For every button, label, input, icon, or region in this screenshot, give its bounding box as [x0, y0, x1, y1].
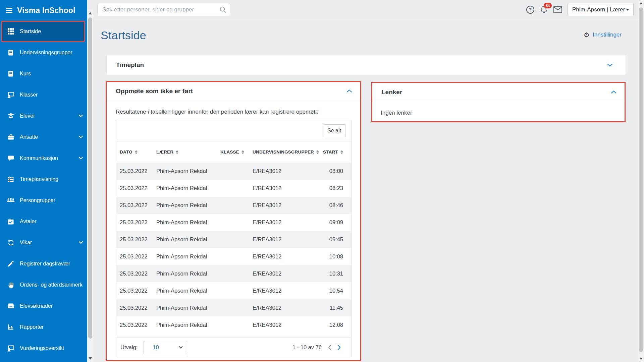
cell-group: E/REA3012: [253, 253, 321, 260]
see-all-button[interactable]: Se alt: [323, 124, 345, 137]
cell-date: 25.03.2022: [120, 288, 156, 294]
page-scrollbar[interactable]: [638, 0, 644, 362]
cell-teacher: Phim-Apsorn Rekdal: [156, 168, 220, 174]
cell-start: 10:31: [321, 270, 343, 277]
notifications-bell-icon[interactable]: 54: [539, 5, 548, 14]
messages-icon[interactable]: [553, 6, 562, 14]
column-header-lærer[interactable]: LÆRER: [156, 149, 220, 155]
sidebar-item-startside[interactable]: Startside: [1, 21, 85, 42]
user-menu[interactable]: Phim-Apsorn | Lærer: [568, 3, 634, 16]
sidebar-nav: StartsideUndervisningsgrupperKursKlasser…: [0, 21, 87, 359]
sidebar-item-avtaler[interactable]: Avtaler: [0, 211, 87, 232]
scroll-up-icon[interactable]: [89, 12, 92, 14]
sidebar-item-elevsøknader[interactable]: Elevsøknader: [0, 295, 87, 316]
cell-group: E/REA3012: [253, 168, 321, 174]
cell-date: 25.03.2022: [120, 219, 156, 226]
graduate-icon: [7, 112, 15, 120]
table-body: 25.03.2022Phim-Apsorn RekdalE/REA301208:…: [116, 163, 351, 334]
sidebar-item-ansatte[interactable]: Ansatte: [0, 126, 87, 147]
sidebar-scrollbar-thumb[interactable]: [88, 17, 92, 339]
hand-icon: [7, 281, 15, 289]
pencil-icon: [7, 260, 15, 267]
sidebar-item-klasser[interactable]: Klasser: [0, 84, 87, 105]
page-size-select[interactable]: 10: [144, 341, 187, 354]
table-row[interactable]: 25.03.2022Phim-Apsorn RekdalE/REA301209:…: [116, 214, 351, 231]
chevron-up-icon[interactable]: [611, 90, 616, 94]
sidebar-item-timeplanvisning[interactable]: Timeplanvisning: [0, 169, 87, 190]
timeplan-panel: Timeplan: [106, 55, 626, 75]
chevron-down-icon: [78, 157, 83, 160]
sidebar-logo-row: Visma InSchool: [0, 0, 87, 21]
cell-teacher: Phim-Apsorn Rekdal: [156, 219, 220, 226]
previous-page-icon[interactable]: [328, 345, 331, 350]
table-row[interactable]: 25.03.2022Phim-Apsorn RekdalE/REA301210:…: [116, 282, 351, 299]
chevron-down-icon: [78, 114, 83, 117]
table-row[interactable]: 25.03.2022Phim-Apsorn RekdalE/REA301208:…: [116, 197, 351, 214]
main-area: ? 54 Phim-Apsorn | Lærer: [93, 0, 638, 362]
sidebar-scrollbar[interactable]: [87, 9, 93, 362]
sort-icon[interactable]: [340, 150, 343, 154]
cell-teacher: Phim-Apsorn Rekdal: [156, 322, 220, 328]
search-icon: [219, 6, 226, 13]
scroll-up-icon[interactable]: [639, 2, 643, 4]
sidebar-item-undervisningsgrupper[interactable]: Undervisningsgrupper: [0, 42, 87, 63]
scroll-down-icon[interactable]: [89, 357, 92, 360]
cell-start: 09:45: [321, 236, 343, 243]
sidebar-item-ordens-og-atferdsanmerk[interactable]: Ordens- og atferdsanmerk...: [0, 274, 87, 295]
settings-link[interactable]: ⚙ Innstillinger: [584, 32, 622, 38]
column-header-dato[interactable]: DATO: [120, 149, 156, 155]
cell-group: E/REA3012: [253, 185, 321, 191]
cell-date: 25.03.2022: [120, 185, 156, 191]
scroll-down-icon[interactable]: [639, 358, 643, 360]
sort-icon[interactable]: [316, 150, 319, 154]
sort-icon[interactable]: [135, 150, 138, 154]
bar-chart-icon: [7, 323, 15, 331]
cell-date: 25.03.2022: [120, 202, 156, 208]
sidebar-item-elever[interactable]: Elever: [0, 105, 87, 126]
sidebar-item-rapporter[interactable]: Rapporter: [0, 316, 87, 338]
links-panel-header: Lenker: [372, 83, 625, 101]
table-row[interactable]: 25.03.2022Phim-Apsorn RekdalE/REA301208:…: [116, 163, 351, 180]
calendar-check-icon: [7, 218, 15, 225]
column-header-klasse[interactable]: KLASSE: [220, 149, 253, 155]
table-row[interactable]: 25.03.2022Phim-Apsorn RekdalE/REA301209:…: [116, 231, 351, 248]
chevron-up-icon[interactable]: [346, 89, 352, 93]
sidebar-item-registrer-dagsfravær[interactable]: Registrer dagsfravær: [0, 253, 87, 274]
search-input[interactable]: [97, 3, 230, 16]
settings-label[interactable]: Innstillinger: [593, 32, 622, 38]
page-scrollbar-thumb[interactable]: [639, 7, 643, 352]
person-board-icon: [7, 91, 15, 99]
page-size-label: Utvalg:: [120, 344, 138, 351]
table-row[interactable]: 25.03.2022Phim-Apsorn RekdalE/REA301211:…: [116, 299, 351, 316]
next-page-icon[interactable]: [337, 345, 341, 350]
sidebar-item-vikar[interactable]: Vikar: [0, 232, 87, 253]
sidebar: Visma InSchool StartsideUndervisningsgru…: [0, 0, 87, 362]
table-row[interactable]: 25.03.2022Phim-Apsorn RekdalE/REA301210:…: [116, 265, 351, 282]
table-row[interactable]: 25.03.2022Phim-Apsorn RekdalE/REA301212:…: [116, 316, 351, 334]
sidebar-item-kurs[interactable]: Kurs: [0, 63, 87, 84]
chevron-down-icon[interactable]: [607, 63, 613, 67]
attendance-title: Oppmøte som ikke er ført: [116, 87, 193, 95]
attendance-panel: Oppmøte som ikke er ført Resultatene i t…: [107, 82, 360, 360]
sidebar-item-persongrupper[interactable]: Persongrupper: [0, 190, 87, 211]
sidebar-item-vurderingsoversikt[interactable]: Vurderingsoversikt: [0, 338, 87, 359]
help-icon[interactable]: ?: [526, 5, 535, 14]
app-logo: Visma InSchool: [17, 6, 75, 15]
people-icon: [7, 197, 15, 204]
table-row[interactable]: 25.03.2022Phim-Apsorn RekdalE/REA301208:…: [116, 180, 351, 197]
cell-date: 25.03.2022: [120, 322, 156, 328]
table-row[interactable]: 25.03.2022Phim-Apsorn RekdalE/REA301210:…: [116, 248, 351, 265]
cell-start: 11:45: [321, 305, 343, 311]
pagination-bar: Utvalg: 10 1 - 10 av 76: [116, 338, 351, 357]
column-header-start[interactable]: START: [321, 149, 343, 155]
sort-icon[interactable]: [176, 150, 178, 154]
menu-icon[interactable]: [6, 8, 13, 13]
attendance-highlight-box: Oppmøte som ikke er ført Resultatene i t…: [106, 81, 361, 361]
table-toolbar: Se alt: [116, 120, 351, 141]
sidebar-item-kommunikasjon[interactable]: Kommunikasjon: [0, 147, 87, 169]
column-header-undervisningsgrupper[interactable]: UNDERVISNINGSGRUPPER: [253, 149, 321, 155]
cell-start: 12:08: [321, 322, 343, 328]
book-icon: [7, 49, 15, 56]
sort-icon[interactable]: [241, 150, 244, 154]
pagination-range: 1 - 10 av 76: [292, 344, 322, 351]
